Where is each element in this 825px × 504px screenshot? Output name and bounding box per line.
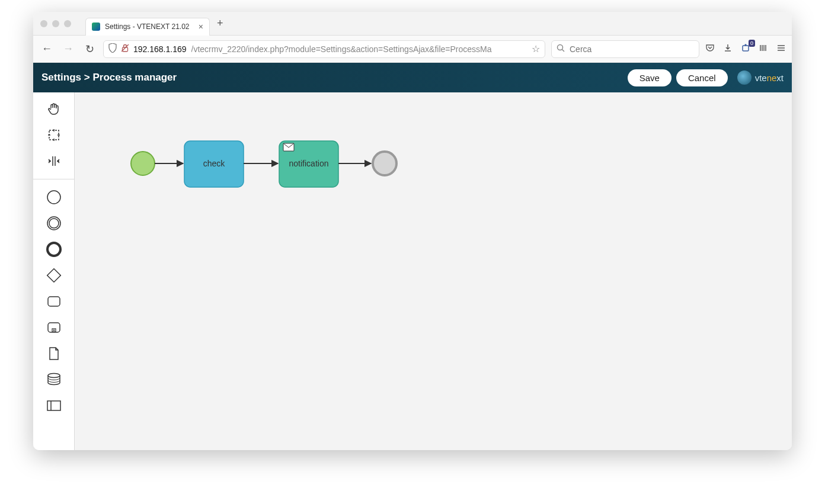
close-window-icon[interactable] bbox=[40, 20, 47, 27]
new-tab-button[interactable]: + bbox=[217, 17, 223, 30]
palette-separator bbox=[33, 179, 74, 179]
titlebar: Settings - VTENEXT 21.02 × + bbox=[33, 12, 792, 36]
forward-button[interactable]: → bbox=[60, 43, 76, 55]
tool-palette bbox=[33, 92, 75, 450]
search-icon bbox=[557, 44, 565, 54]
maximize-window-icon[interactable] bbox=[64, 20, 71, 27]
svg-line-3 bbox=[562, 50, 565, 52]
svg-rect-6 bbox=[49, 130, 59, 140]
space-tool-icon[interactable] bbox=[43, 150, 65, 172]
lasso-tool-icon[interactable] bbox=[43, 124, 65, 146]
browser-window: Settings - VTENEXT 21.02 × + ← → ↻ 192.1… bbox=[33, 12, 792, 450]
tab-title: Settings - VTENEXT 21.02 bbox=[105, 23, 194, 31]
svg-rect-4 bbox=[743, 46, 749, 51]
start-event-icon[interactable] bbox=[43, 187, 65, 208]
url-path: /vtecrmv_2220/index.php?module=Settings&… bbox=[191, 44, 527, 54]
save-button[interactable]: Save bbox=[628, 69, 671, 86]
svg-point-9 bbox=[49, 219, 59, 228]
gateway-icon[interactable] bbox=[43, 265, 65, 286]
svg-point-20 bbox=[789, 448, 792, 450]
end-event-icon[interactable] bbox=[43, 239, 65, 260]
lock-icon[interactable] bbox=[121, 44, 129, 54]
toolbar-right-icons: 0 bbox=[705, 43, 786, 55]
minimize-window-icon[interactable] bbox=[52, 20, 59, 27]
browser-toolbar: ← → ↻ 192.168.1.169 /vtecrmv_2220/index.… bbox=[33, 36, 792, 63]
svg-rect-5 bbox=[745, 44, 747, 46]
download-icon[interactable] bbox=[723, 43, 733, 55]
logo: vtenenextxt bbox=[737, 70, 784, 85]
logo-text: vtenenextxt bbox=[755, 73, 784, 83]
main-area: check notification bbox=[33, 92, 792, 450]
end-event-node[interactable] bbox=[373, 152, 396, 175]
close-tab-icon[interactable]: × bbox=[199, 22, 203, 31]
svg-point-17 bbox=[48, 374, 60, 378]
reload-button[interactable]: ↻ bbox=[82, 43, 97, 56]
diagram-canvas[interactable]: check notification bbox=[75, 92, 792, 450]
hand-tool-icon[interactable] bbox=[43, 98, 65, 120]
svg-point-7 bbox=[47, 191, 60, 204]
svg-point-2 bbox=[558, 45, 563, 50]
url-host: 192.168.1.169 bbox=[133, 44, 187, 54]
bookmark-star-icon[interactable]: ☆ bbox=[532, 43, 540, 54]
task-notification-label: notification bbox=[289, 159, 329, 168]
favicon-icon bbox=[92, 23, 100, 31]
svg-rect-12 bbox=[48, 297, 60, 306]
task-check-label: check bbox=[203, 159, 226, 168]
extension-icon[interactable]: 0 bbox=[741, 43, 750, 55]
logo-icon bbox=[737, 70, 752, 85]
shield-icon[interactable] bbox=[108, 43, 117, 54]
url-bar[interactable]: 192.168.1.169 /vtecrmv_2220/index.php?mo… bbox=[103, 40, 545, 58]
intermediate-event-icon[interactable] bbox=[43, 213, 65, 234]
search-input[interactable] bbox=[570, 44, 694, 54]
subprocess-icon[interactable] bbox=[43, 317, 65, 338]
extension-badge: 0 bbox=[749, 40, 755, 47]
bpmn-diagram: check notification bbox=[75, 92, 786, 448]
svg-point-10 bbox=[47, 243, 60, 256]
back-button[interactable]: ← bbox=[39, 43, 55, 55]
data-store-icon[interactable] bbox=[43, 369, 65, 390]
app-header: Settings > Process manager Save Cancel v… bbox=[33, 63, 792, 92]
pocket-icon[interactable] bbox=[705, 43, 715, 55]
browser-tab[interactable]: Settings - VTENEXT 21.02 × bbox=[85, 18, 210, 36]
task-icon[interactable] bbox=[43, 291, 65, 312]
svg-rect-11 bbox=[47, 269, 60, 283]
menu-icon[interactable] bbox=[776, 43, 786, 55]
start-event-node[interactable] bbox=[131, 152, 155, 175]
search-bar[interactable] bbox=[551, 40, 699, 58]
breadcrumb: Settings > Process manager bbox=[41, 72, 177, 84]
window-controls bbox=[40, 20, 71, 27]
data-object-icon[interactable] bbox=[43, 343, 65, 364]
cancel-button[interactable]: Cancel bbox=[676, 69, 728, 86]
svg-rect-18 bbox=[47, 401, 60, 410]
library-icon[interactable] bbox=[759, 43, 768, 55]
participant-icon[interactable] bbox=[43, 395, 65, 416]
